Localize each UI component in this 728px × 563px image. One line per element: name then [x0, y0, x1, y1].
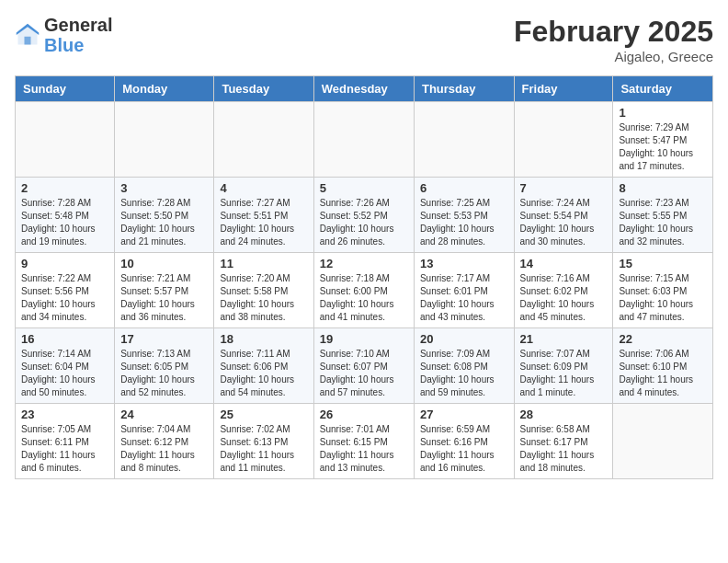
day-number: 27: [420, 408, 508, 421]
logo-icon: [15, 22, 40, 48]
day-number: 10: [120, 257, 208, 270]
day-info: Sunrise: 7:11 AM Sunset: 6:06 PM Dayligh…: [220, 349, 294, 397]
day-number: 23: [21, 408, 108, 421]
calendar-cell: 17Sunrise: 7:13 AM Sunset: 6:05 PM Dayli…: [115, 328, 214, 404]
day-info: Sunrise: 7:06 AM Sunset: 6:10 PM Dayligh…: [619, 349, 693, 397]
day-number: 11: [220, 257, 307, 270]
day-info: Sunrise: 7:07 AM Sunset: 6:09 PM Dayligh…: [520, 349, 595, 397]
day-info: Sunrise: 7:21 AM Sunset: 5:57 PM Dayligh…: [120, 273, 195, 322]
calendar-cell: 26Sunrise: 7:01 AM Sunset: 6:15 PM Dayli…: [313, 404, 414, 479]
day-number: 9: [21, 257, 108, 270]
weekday-header-saturday: Saturday: [613, 76, 713, 102]
calendar-cell: 5Sunrise: 7:26 AM Sunset: 5:52 PM Daylig…: [313, 178, 414, 253]
day-info: Sunrise: 7:18 AM Sunset: 6:00 PM Dayligh…: [320, 273, 394, 322]
day-info: Sunrise: 7:05 AM Sunset: 6:11 PM Dayligh…: [21, 424, 96, 473]
day-info: Sunrise: 7:01 AM Sunset: 6:15 PM Dayligh…: [320, 424, 394, 473]
day-info: Sunrise: 6:58 AM Sunset: 6:17 PM Dayligh…: [520, 424, 595, 473]
svg-rect-2: [25, 37, 31, 45]
day-number: 7: [520, 181, 608, 195]
calendar-cell: 23Sunrise: 7:05 AM Sunset: 6:11 PM Dayli…: [16, 404, 115, 479]
day-number: 16: [21, 332, 108, 346]
day-number: 1: [619, 106, 707, 120]
calendar-cell: 13Sunrise: 7:17 AM Sunset: 6:01 PM Dayli…: [414, 253, 514, 328]
day-number: 4: [220, 181, 307, 195]
day-number: 2: [21, 181, 108, 195]
page-header: General Blue February 2025 Aigaleo, Gree…: [15, 15, 713, 64]
day-number: 18: [220, 332, 307, 346]
day-info: Sunrise: 7:29 AM Sunset: 5:47 PM Dayligh…: [619, 122, 693, 171]
day-info: Sunrise: 7:22 AM Sunset: 5:56 PM Dayligh…: [21, 273, 96, 322]
day-info: Sunrise: 7:10 AM Sunset: 6:07 PM Dayligh…: [320, 349, 394, 397]
day-info: Sunrise: 7:28 AM Sunset: 5:48 PM Dayligh…: [21, 198, 96, 247]
week-row-3: 9Sunrise: 7:22 AM Sunset: 5:56 PM Daylig…: [16, 253, 713, 328]
day-number: 28: [520, 408, 608, 421]
day-number: 13: [420, 257, 508, 270]
day-info: Sunrise: 7:17 AM Sunset: 6:01 PM Dayligh…: [420, 273, 495, 322]
calendar-cell: 16Sunrise: 7:14 AM Sunset: 6:04 PM Dayli…: [16, 328, 115, 404]
calendar-cell: 19Sunrise: 7:10 AM Sunset: 6:07 PM Dayli…: [313, 328, 414, 404]
calendar-cell: 11Sunrise: 7:20 AM Sunset: 5:58 PM Dayli…: [214, 253, 313, 328]
calendar-cell: 14Sunrise: 7:16 AM Sunset: 6:02 PM Dayli…: [514, 253, 613, 328]
calendar-cell: 2Sunrise: 7:28 AM Sunset: 5:48 PM Daylig…: [16, 178, 115, 253]
calendar-cell: 28Sunrise: 6:58 AM Sunset: 6:17 PM Dayli…: [514, 404, 613, 479]
weekday-header-sunday: Sunday: [16, 76, 115, 102]
day-number: 21: [520, 332, 608, 346]
weekday-header-monday: Monday: [115, 76, 214, 102]
day-number: 17: [120, 332, 208, 346]
day-number: 6: [420, 181, 508, 195]
calendar-cell: 12Sunrise: 7:18 AM Sunset: 6:00 PM Dayli…: [313, 253, 414, 328]
day-info: Sunrise: 7:13 AM Sunset: 6:05 PM Dayligh…: [120, 349, 195, 397]
calendar-cell: 18Sunrise: 7:11 AM Sunset: 6:06 PM Dayli…: [214, 328, 313, 404]
calendar-cell: 15Sunrise: 7:15 AM Sunset: 6:03 PM Dayli…: [613, 253, 713, 328]
day-info: Sunrise: 7:20 AM Sunset: 5:58 PM Dayligh…: [220, 273, 294, 322]
title-block: February 2025 Aigaleo, Greece: [514, 15, 713, 64]
day-number: 26: [320, 408, 408, 421]
calendar-cell: 1Sunrise: 7:29 AM Sunset: 5:47 PM Daylig…: [613, 102, 713, 178]
day-info: Sunrise: 7:15 AM Sunset: 6:03 PM Dayligh…: [619, 273, 693, 322]
calendar-cell: [613, 404, 713, 479]
calendar-cell: [313, 102, 414, 178]
calendar-cell: 7Sunrise: 7:24 AM Sunset: 5:54 PM Daylig…: [514, 178, 613, 253]
calendar-cell: 25Sunrise: 7:02 AM Sunset: 6:13 PM Dayli…: [214, 404, 313, 479]
day-info: Sunrise: 7:16 AM Sunset: 6:02 PM Dayligh…: [520, 273, 595, 322]
calendar-cell: [414, 102, 514, 178]
weekday-header-wednesday: Wednesday: [313, 76, 414, 102]
calendar-cell: 27Sunrise: 6:59 AM Sunset: 6:16 PM Dayli…: [414, 404, 514, 479]
calendar-cell: 9Sunrise: 7:22 AM Sunset: 5:56 PM Daylig…: [16, 253, 115, 328]
location-subtitle: Aigaleo, Greece: [514, 49, 713, 64]
calendar-cell: 22Sunrise: 7:06 AM Sunset: 6:10 PM Dayli…: [613, 328, 713, 404]
calendar-cell: 21Sunrise: 7:07 AM Sunset: 6:09 PM Dayli…: [514, 328, 613, 404]
calendar-cell: [115, 102, 214, 178]
day-number: 20: [420, 332, 508, 346]
day-number: 8: [619, 181, 707, 195]
day-number: 22: [619, 332, 707, 346]
day-info: Sunrise: 7:27 AM Sunset: 5:51 PM Dayligh…: [220, 198, 294, 247]
weekday-header-row: SundayMondayTuesdayWednesdayThursdayFrid…: [16, 76, 713, 102]
day-info: Sunrise: 7:04 AM Sunset: 6:12 PM Dayligh…: [120, 424, 195, 473]
week-row-5: 23Sunrise: 7:05 AM Sunset: 6:11 PM Dayli…: [16, 404, 713, 479]
weekday-header-thursday: Thursday: [414, 76, 514, 102]
calendar-cell: 6Sunrise: 7:25 AM Sunset: 5:53 PM Daylig…: [414, 178, 514, 253]
day-info: Sunrise: 7:25 AM Sunset: 5:53 PM Dayligh…: [420, 198, 495, 247]
weekday-header-friday: Friday: [514, 76, 613, 102]
day-info: Sunrise: 7:09 AM Sunset: 6:08 PM Dayligh…: [420, 349, 495, 397]
calendar-cell: [514, 102, 613, 178]
day-info: Sunrise: 7:23 AM Sunset: 5:55 PM Dayligh…: [619, 198, 693, 247]
day-number: 24: [120, 408, 208, 421]
calendar-table: SundayMondayTuesdayWednesdayThursdayFrid…: [15, 75, 713, 479]
day-info: Sunrise: 7:14 AM Sunset: 6:04 PM Dayligh…: [21, 349, 96, 397]
month-year-title: February 2025: [514, 15, 713, 49]
day-info: Sunrise: 7:24 AM Sunset: 5:54 PM Dayligh…: [520, 198, 595, 247]
logo-general-text: General: [44, 15, 112, 35]
day-number: 5: [320, 181, 408, 195]
calendar-cell: 24Sunrise: 7:04 AM Sunset: 6:12 PM Dayli…: [115, 404, 214, 479]
day-number: 14: [520, 257, 608, 270]
calendar-cell: 20Sunrise: 7:09 AM Sunset: 6:08 PM Dayli…: [414, 328, 514, 404]
calendar-cell: 4Sunrise: 7:27 AM Sunset: 5:51 PM Daylig…: [214, 178, 313, 253]
day-info: Sunrise: 7:26 AM Sunset: 5:52 PM Dayligh…: [320, 198, 394, 247]
day-number: 12: [320, 257, 408, 270]
day-number: 3: [120, 181, 208, 195]
day-number: 15: [619, 257, 707, 270]
day-info: Sunrise: 6:59 AM Sunset: 6:16 PM Dayligh…: [420, 424, 495, 473]
day-info: Sunrise: 7:02 AM Sunset: 6:13 PM Dayligh…: [220, 424, 294, 473]
